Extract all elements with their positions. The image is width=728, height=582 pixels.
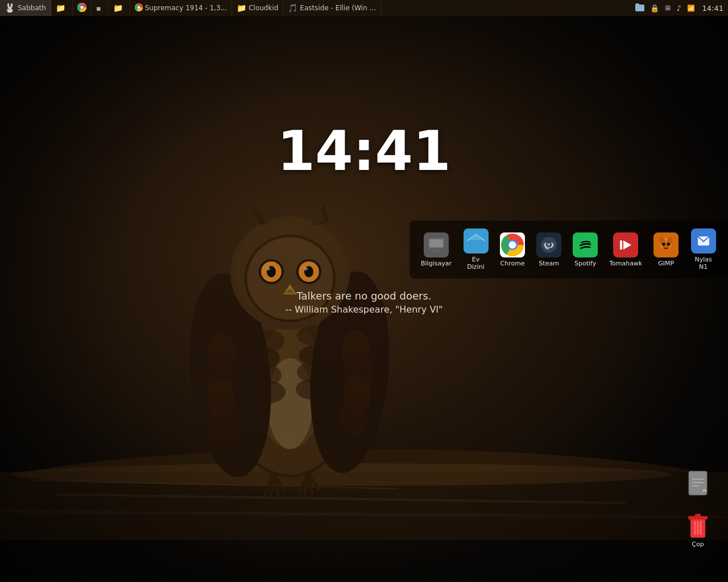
trash-icon-label: Çop — [692, 541, 704, 548]
taskbar-label-supremacy: Supremacy 1914 - 1,3... — [145, 4, 227, 12]
evdizini-label: Ev Dizini — [463, 256, 489, 271]
bilgisayar-label: Bilgisayar — [421, 260, 452, 267]
tomahawk-label: Tomahawk — [609, 260, 642, 267]
svg-point-70 — [574, 234, 597, 256]
dock-item-tomahawk[interactable]: Tomahawk — [606, 230, 646, 269]
network-icon: ⊞ — [665, 4, 671, 12]
folder-icon-2: 📁 — [113, 3, 123, 13]
svg-point-57 — [138, 6, 140, 8]
tray-clock-value: 14:41 — [702, 4, 723, 13]
tomahawk-icon — [613, 232, 638, 257]
app-dock: Bilgisayar Ev Dizini Chrome — [410, 221, 728, 278]
signal-icon: 📶 — [687, 5, 695, 12]
chrome-dock-label: Chrome — [500, 260, 525, 267]
svg-rect-61 — [432, 250, 441, 251]
tray-folder[interactable] — [632, 0, 647, 16]
spotify-label: Spotify — [574, 260, 596, 267]
steam-label: Steam — [539, 260, 559, 267]
tray-network[interactable]: ⊞ — [662, 0, 673, 16]
dock-item-gimp[interactable]: GIMP — [650, 230, 682, 269]
taskbar-item-chrome1[interactable] — [73, 0, 92, 16]
taskbar-label-cloudkid: Cloudkid — [249, 4, 278, 12]
svg-rect-59 — [429, 239, 443, 247]
desktop-icon-trash[interactable]: Çop — [685, 513, 711, 548]
folder-icon-cloudkid: 📁 — [237, 3, 246, 13]
svg-rect-91 — [695, 514, 701, 517]
trash-icon — [685, 513, 711, 539]
tray-folder-icon — [635, 3, 644, 13]
gimp-label: GIMP — [658, 260, 674, 267]
bilgisayar-icon — [424, 232, 449, 257]
audio-icon: ♪ — [676, 4, 681, 13]
taskbar-item-files2[interactable]: 📁 — [109, 0, 130, 16]
tray-clock[interactable]: 14:41 — [698, 0, 728, 16]
svg-rect-62 — [468, 240, 484, 250]
chrome-dock-icon — [500, 232, 525, 257]
dock-item-steam[interactable]: Steam — [533, 230, 565, 269]
bunny-icon: 🐰 — [5, 3, 15, 13]
desktop-icon-file[interactable] — [685, 470, 711, 498]
taskbar-label-sabbath: Sabbath — [18, 4, 46, 12]
terminal-icon: ▪ — [96, 4, 101, 13]
tray-audio[interactable]: ♪ — [673, 0, 684, 16]
svg-point-65 — [509, 241, 516, 248]
chrome-icon-2 — [135, 3, 143, 13]
steam-icon — [536, 232, 561, 257]
system-tray: 🔒 ⊞ ♪ 📶 14:41 — [632, 0, 728, 16]
tray-lock[interactable]: 🔒 — [647, 0, 662, 16]
file-icon — [685, 470, 711, 496]
dock-item-nylas[interactable]: Nylas N1 — [686, 226, 720, 273]
gimp-icon — [653, 232, 679, 257]
taskbar-item-supremacy[interactable]: Supremacy 1914 - 1,3... — [130, 0, 232, 16]
taskbar-item-files1[interactable]: 📁 — [51, 0, 73, 16]
dock-item-bilgisayar[interactable]: Bilgisayar — [417, 230, 455, 269]
evdizini-icon — [464, 228, 489, 253]
folder-icon-1: 📁 — [56, 3, 65, 13]
taskbar-item-cloudkid[interactable]: 📁 Cloudkid — [232, 0, 283, 16]
taskbar-item-eastside[interactable]: 🎵 Eastside - Ellie (Win ... — [283, 0, 381, 16]
tray-signal[interactable]: 📶 — [684, 0, 698, 16]
svg-point-54 — [80, 6, 83, 9]
svg-point-69 — [547, 243, 551, 246]
svg-rect-60 — [434, 248, 439, 250]
music-icon: 🎵 — [288, 3, 297, 13]
nylas-icon — [691, 228, 716, 253]
nylas-label: Nylas N1 — [690, 256, 717, 271]
svg-rect-73 — [620, 240, 622, 250]
chrome-icon-1 — [77, 3, 86, 14]
taskbar-item-sabbath[interactable]: 🐰 Sabbath — [0, 0, 51, 16]
taskbar-label-eastside: Eastside - Ellie (Win ... — [300, 4, 376, 12]
dock-item-chrome[interactable]: Chrome — [497, 230, 528, 269]
lock-icon: 🔒 — [650, 4, 659, 13]
dock-item-evdizini[interactable]: Ev Dizini — [460, 226, 492, 273]
spotify-icon — [573, 232, 598, 257]
taskbar: 🐰 Sabbath 📁 ▪ 📁 — [0, 0, 728, 16]
taskbar-item-terminal[interactable]: ▪ — [92, 0, 109, 16]
dock-item-spotify[interactable]: Spotify — [569, 230, 601, 269]
